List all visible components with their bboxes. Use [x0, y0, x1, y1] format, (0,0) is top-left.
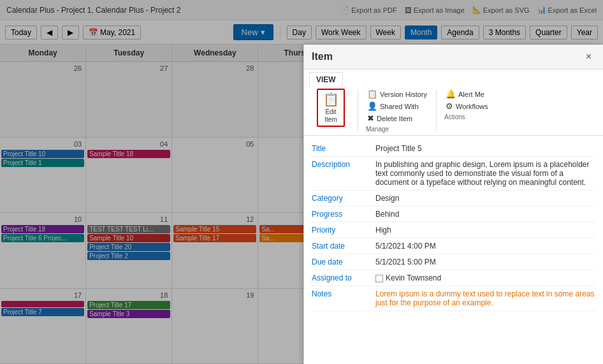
ribbon-content: 📋 EditItem 📋 Version History — [309, 86, 598, 133]
ribbon-tab-view[interactable]: VIEW — [309, 72, 343, 87]
modal-title: Item — [312, 51, 333, 62]
workflows-icon: ⚙ — [446, 101, 453, 111]
detail-row: PriorityHigh — [312, 222, 595, 238]
modal-close-button[interactable]: × — [582, 50, 595, 64]
actions-group-label: Actions — [444, 113, 490, 120]
delete-icon: ✖ — [367, 113, 374, 123]
ribbon-group-actions: 🔔 Alert Me ⚙ Workflows Actions — [444, 89, 490, 120]
detail-value: Behind — [375, 210, 595, 219]
manage-items-row: 📋 Version History 👤 Shared With ✖ Delete… — [366, 89, 428, 124]
edit-item-icon: 📋 — [323, 92, 339, 107]
detail-row: Assigned toKevin Townsend — [312, 270, 595, 286]
detail-row: NotesLorem ipsum is a dummy text used to… — [312, 286, 595, 311]
item-details: TitleProject Title 5DescriptionIn publis… — [304, 136, 603, 364]
detail-label: Category — [312, 194, 375, 203]
modal-overlay: Item × VIEW 📋 EditItem — [0, 0, 603, 364]
detail-value: Lorem ipsum is a dummy text used to repl… — [375, 289, 595, 307]
detail-label: Progress — [312, 210, 375, 219]
detail-value: Project Title 5 — [375, 144, 595, 153]
ribbon: VIEW 📋 EditItem 📋 Ve — [304, 69, 603, 136]
detail-label: Due date — [312, 258, 375, 266]
shared-with-btn[interactable]: 👤 Shared With — [366, 101, 428, 112]
modal-header: Item × — [304, 45, 603, 69]
ribbon-group-edit: 📋 EditItem — [312, 89, 350, 127]
shared-with-icon: 👤 — [367, 101, 377, 111]
alert-icon: 🔔 — [446, 89, 456, 99]
detail-row: ProgressBehind — [312, 207, 595, 222]
actions-items-row: 🔔 Alert Me ⚙ Workflows — [444, 89, 490, 112]
detail-value: 5/1/2021 4:00 PM — [375, 242, 595, 251]
edit-item-button[interactable]: 📋 EditItem — [317, 89, 345, 127]
detail-label: Title — [312, 144, 375, 153]
edit-item-label: EditItem — [324, 108, 337, 124]
detail-row: TitleProject Title 5 — [312, 141, 595, 157]
manage-group-label: Manage — [366, 126, 428, 133]
detail-value: In publishing and graphic design, Lorem … — [375, 160, 595, 187]
detail-label: Priority — [312, 226, 375, 235]
checkbox-icon — [375, 275, 383, 282]
item-modal: Item × VIEW 📋 EditItem — [303, 45, 603, 364]
detail-row: DescriptionIn publishing and graphic des… — [312, 157, 595, 191]
version-history-icon: 📋 — [367, 89, 377, 99]
ribbon-group-manage: 📋 Version History 👤 Shared With ✖ Delete… — [366, 89, 428, 133]
detail-row: Due date5/1/2021 5:00 PM — [312, 254, 595, 270]
detail-row: Start date5/1/2021 4:00 PM — [312, 238, 595, 254]
detail-value: 5/1/2021 5:00 PM — [375, 258, 595, 266]
ribbon-divider-1 — [358, 90, 358, 131]
detail-value: Kevin Townsend — [375, 273, 595, 282]
detail-label: Start date — [312, 242, 375, 251]
detail-value: High — [375, 226, 595, 235]
alert-me-btn[interactable]: 🔔 Alert Me — [444, 89, 490, 99]
detail-value: Design — [375, 194, 595, 203]
version-history-btn[interactable]: 📋 Version History — [366, 89, 428, 99]
detail-label: Description — [312, 160, 375, 169]
ribbon-divider-2 — [436, 90, 437, 131]
delete-item-btn[interactable]: ✖ Delete Item — [366, 113, 428, 124]
detail-label: Notes — [312, 289, 375, 298]
detail-label: Assigned to — [312, 273, 375, 282]
workflows-btn[interactable]: ⚙ Workflows — [444, 101, 490, 112]
detail-row: CategoryDesign — [312, 191, 595, 207]
